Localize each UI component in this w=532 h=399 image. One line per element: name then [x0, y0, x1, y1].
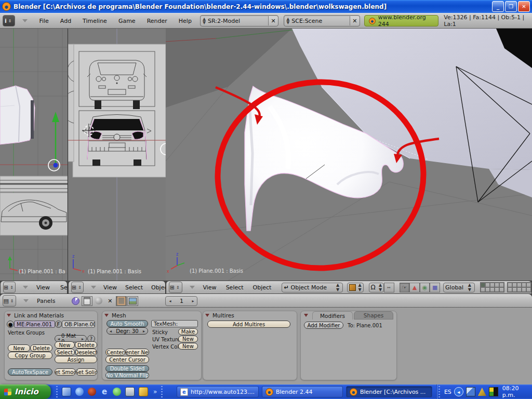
viewport-side[interactable]: x (1) Plane.001 : Ba — [0, 29, 68, 281]
menu-select[interactable]: Select — [125, 284, 143, 291]
collapse-menus-icon[interactable] — [23, 299, 29, 302]
object-context-icon[interactable]: ✕ — [104, 296, 115, 306]
vcol-new-button[interactable]: New — [178, 343, 198, 350]
add-multires-button[interactable]: Add Multires — [207, 321, 290, 328]
scene-context-icon[interactable] — [127, 296, 138, 306]
double-sided-toggle[interactable]: Double Sided — [105, 365, 149, 372]
material-new-button[interactable]: New — [55, 341, 75, 349]
panel-collapse-icon[interactable] — [205, 314, 209, 317]
no-vnormal-flip-toggle[interactable]: No V.Normal Flip — [105, 372, 149, 379]
panel-header[interactable]: Mesh — [104, 312, 126, 318]
collapse-menus-icon[interactable] — [23, 286, 28, 289]
fake-user-button[interactable]: F — [55, 321, 62, 328]
remote-window-icon[interactable] — [125, 387, 135, 396]
menu-view[interactable]: View — [36, 284, 50, 291]
network-icon[interactable] — [466, 387, 475, 396]
set-smooth-button[interactable]: Set Smoot — [55, 368, 76, 376]
manipulator-hand-icon[interactable]: ☞ — [400, 283, 410, 292]
language-indicator[interactable]: ES — [444, 389, 451, 395]
collapse-menus-icon[interactable] — [91, 286, 96, 289]
assign-button[interactable]: Assign — [55, 356, 97, 363]
menu-view[interactable]: View — [103, 284, 117, 291]
antivirus-icon[interactable] — [478, 388, 486, 396]
mesh-datablock-field[interactable]: ME:Plane.001 — [14, 321, 55, 328]
viewport-side-canvas[interactable]: x (1) Plane.001 : Ba — [0, 29, 68, 281]
vgroup-new-button[interactable]: New — [8, 344, 30, 352]
scale-manipulator-icon[interactable]: ■ — [430, 283, 440, 292]
sticky-make-button[interactable]: Make — [178, 328, 198, 335]
grip-handle[interactable] — [161, 386, 163, 397]
pivot-dropdown[interactable]: Ω ▲▼ — [369, 283, 384, 292]
panel-collapse-icon[interactable] — [104, 314, 109, 317]
screen-delete-icon[interactable]: ✕ — [268, 16, 278, 25]
page-stepper[interactable]: ◂ 1 ▸ — [165, 296, 197, 306]
layer-buttons-group-2[interactable] — [507, 282, 531, 292]
viewport-front[interactable]: z x (1) Plane.001 : Basis — [68, 29, 166, 281]
minimize-button[interactable]: _ — [492, 1, 504, 12]
menu-game[interactable]: Game — [118, 18, 136, 24]
menu-object[interactable]: Object — [253, 284, 272, 291]
opera-icon[interactable] — [88, 388, 96, 396]
center-cursor-button[interactable]: Center Cursor — [105, 356, 149, 363]
add-modifier-button[interactable]: Add Modifier — [304, 322, 343, 329]
close-button[interactable]: ✕ — [518, 1, 530, 12]
screen-selector[interactable]: ▲▼ SR:2-Model ✕ — [200, 15, 278, 26]
menu-render[interactable]: Render — [147, 18, 167, 24]
pin-icon[interactable]: ● — [7, 321, 14, 328]
tab-shapes[interactable]: Shapes — [354, 311, 393, 320]
center-button[interactable]: Center — [105, 349, 125, 356]
texmesh-field[interactable]: TexMesh: — [151, 320, 198, 327]
show-desktop-icon[interactable] — [62, 387, 71, 396]
clock-app-icon[interactable] — [139, 387, 148, 396]
editing-context-icon[interactable] — [116, 296, 127, 306]
viewport-main-canvas[interactable]: z x (1) Plane.001 : Basis — [166, 29, 532, 281]
uv-new-button[interactable]: New — [178, 336, 198, 342]
panels-menu[interactable]: Panels — [37, 298, 55, 304]
translate-manipulator-icon[interactable]: ▲ — [409, 283, 420, 292]
menu-select[interactable]: Select — [60, 284, 68, 291]
menu-view[interactable]: View — [203, 284, 217, 291]
task-button-blender-active[interactable]: Blender [C:\Archivos ... — [346, 386, 432, 397]
internet-explorer-icon[interactable]: e — [100, 388, 109, 396]
window-titlebar[interactable]: Blender [C:\Archivos de programa\Blender… — [0, 0, 532, 13]
collapse-menus-icon[interactable] — [22, 19, 28, 22]
deselect-button[interactable]: Deselect — [75, 349, 97, 356]
degr-slider[interactable]: ◂Degr: 30▸ — [107, 327, 148, 335]
task-button-browser[interactable]: e http://www.auto123.... — [177, 386, 259, 397]
display-settings-icon[interactable] — [489, 387, 498, 396]
grip-handle[interactable] — [56, 386, 58, 397]
viewport-type-icon[interactable]: ⊞⇕ — [71, 282, 84, 293]
hide-icons-chevron[interactable]: ◂ — [454, 387, 463, 396]
viewport-type-icon[interactable]: ⊞⇕ — [3, 282, 16, 293]
set-solid-button[interactable]: Set Solid — [76, 368, 97, 376]
panel-header[interactable]: Multires — [205, 312, 234, 318]
overflow-chevron[interactable]: » — [153, 388, 157, 395]
menu-object[interactable]: Object — [151, 284, 166, 291]
menu-help[interactable]: Help — [179, 18, 192, 24]
scene-selector[interactable]: ▲▼ SCE:Scene ✕ — [284, 15, 360, 26]
autotexspace-toggle[interactable]: AutoTexSpace — [8, 368, 52, 376]
restore-button[interactable]: ❐ — [505, 1, 517, 12]
panel-collapse-icon[interactable] — [304, 314, 308, 317]
vgroup-delete-button[interactable]: Delete — [30, 344, 52, 352]
menu-select[interactable]: Select — [226, 284, 244, 291]
blender-version-badge[interactable]: www.blender.org 244 — [364, 15, 439, 26]
rotate-manipulator-icon[interactable]: ◉ — [420, 283, 430, 292]
draw-type-dropdown[interactable]: ▲▼ — [347, 283, 364, 292]
panel-collapse-icon[interactable] — [7, 314, 11, 317]
auto-smooth-toggle[interactable]: Auto Smooth — [107, 320, 148, 327]
tab-modifiers[interactable]: Modifiers — [312, 311, 353, 320]
script-context-icon[interactable] — [82, 296, 92, 306]
start-button[interactable]: Inicio — [0, 384, 51, 399]
shading-context-icon[interactable] — [93, 296, 104, 306]
material-delete-button[interactable]: Delete — [75, 341, 97, 349]
viewport-main[interactable]: z x (1) Plane.001 : Basis — [166, 29, 532, 281]
media-player-icon[interactable] — [75, 388, 84, 396]
messenger-icon[interactable] — [113, 388, 121, 396]
layer-buttons-group-1[interactable] — [480, 282, 504, 292]
copy-group-button[interactable]: Copy Group — [8, 352, 52, 359]
editor-type-icon[interactable]: i⇕ — [3, 15, 15, 26]
orientation-dropdown[interactable]: Global ▲▼ — [443, 283, 475, 292]
mode-dropdown[interactable]: ↵ Object Mode ▲▼ — [282, 283, 343, 292]
menu-timeline[interactable]: Timeline — [83, 18, 107, 24]
